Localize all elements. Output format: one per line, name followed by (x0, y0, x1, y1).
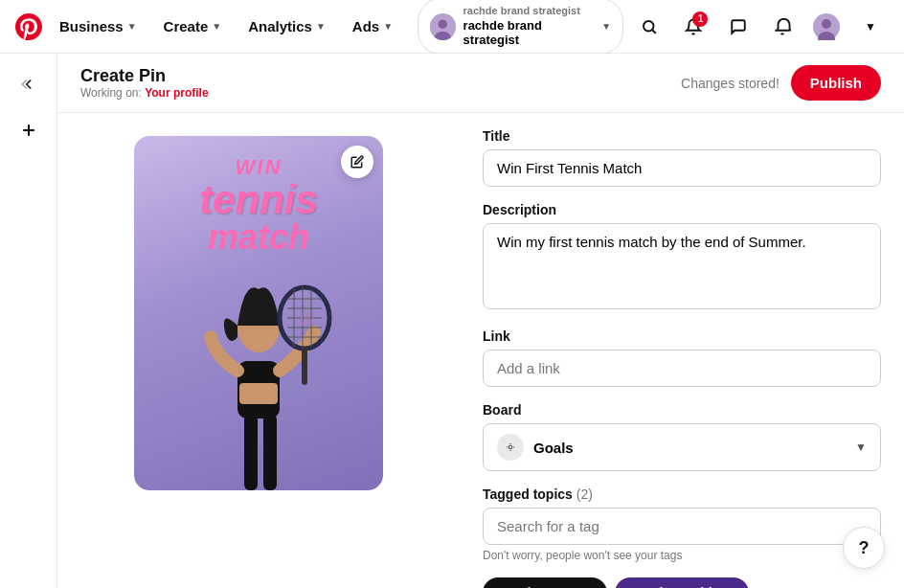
sidebar (0, 54, 57, 588)
content-area: Create Pin Working on: Your profile Chan… (57, 54, 904, 588)
board-name: Goals (533, 440, 574, 456)
link-group: Link (483, 328, 881, 387)
pin-image-container: WIN tennis match (134, 136, 383, 490)
pin-tennis-text: tennis (199, 180, 318, 220)
title-label: Title (483, 128, 881, 144)
sidebar-collapse-button[interactable] (10, 65, 48, 103)
changes-stored-label: Changes stored! (681, 76, 780, 91)
profile-avatar[interactable] (808, 8, 845, 46)
topics-label: Tagged topics (483, 486, 573, 502)
tag-tennis-double[interactable]: Tennis Double ✕ (615, 577, 748, 588)
notifications-button[interactable]: 1 (675, 8, 712, 46)
tag-search-input[interactable] (483, 508, 881, 545)
search-button[interactable] (631, 8, 667, 46)
board-selector[interactable]: Goals ▼ (483, 423, 881, 471)
title-group: Title (483, 128, 881, 187)
account-handle: rachde brand strategist (463, 18, 595, 48)
tags-row: Tennis Event ✕ Tennis Double ✕ (483, 577, 881, 588)
create-chevron-icon: ▼ (212, 21, 221, 32)
tagged-topics-group: Tagged topics (2) Don't worry, people wo… (483, 486, 881, 562)
svg-point-3 (644, 21, 654, 32)
publish-button[interactable]: Publish (791, 65, 881, 101)
svg-rect-24 (302, 347, 307, 385)
help-button[interactable]: ? (843, 527, 885, 569)
page-header: Create Pin Working on: Your profile Chan… (57, 54, 904, 113)
svg-rect-11 (263, 414, 277, 490)
editor-body: WIN tennis match (57, 113, 904, 588)
nav-create[interactable]: Create ▼ (154, 11, 232, 42)
svg-point-26 (508, 445, 512, 449)
alerts-button[interactable] (764, 8, 801, 46)
your-profile-link[interactable]: Your profile (145, 86, 208, 100)
link-input[interactable] (483, 350, 881, 387)
account-label: rachde brand strategist (463, 5, 595, 17)
more-options-button[interactable]: ▼ (852, 8, 889, 46)
analytics-chevron-icon: ▼ (316, 21, 326, 32)
board-chevron-icon: ▼ (855, 441, 867, 454)
board-group: Board Goals ▼ (483, 402, 881, 471)
sidebar-add-button[interactable] (10, 111, 48, 149)
svg-rect-13 (239, 383, 278, 404)
nav-ads[interactable]: Ads ▼ (343, 11, 402, 42)
pin-preview-panel: WIN tennis match (57, 113, 460, 588)
main-layout: Create Pin Working on: Your profile Chan… (0, 54, 904, 588)
messages-button[interactable] (719, 8, 756, 46)
svg-line-4 (653, 30, 656, 33)
description-label: Description (483, 202, 881, 217)
topics-count: (2) (576, 486, 593, 502)
pinterest-logo[interactable] (15, 13, 42, 40)
svg-point-6 (822, 19, 831, 29)
pin-form-panel: Title Description Win my first tennis ma… (460, 113, 904, 588)
page-title: Create Pin (80, 66, 209, 86)
nav-business[interactable]: Business ▼ (50, 11, 147, 42)
svg-text:W: W (299, 310, 317, 329)
top-nav: Business ▼ Create ▼ Analytics ▼ Ads ▼ ra… (0, 0, 904, 54)
tag-tennis-event[interactable]: Tennis Event ✕ (483, 577, 607, 588)
description-textarea[interactable]: Win my first tennis match by the end of … (483, 223, 881, 309)
tag-hint-text: Don't worry, people won't see your tags (483, 549, 881, 562)
title-input[interactable] (483, 149, 881, 187)
account-avatar (430, 13, 456, 40)
nav-analytics[interactable]: Analytics ▼ (238, 11, 335, 42)
working-on-label: Working on: Your profile (80, 86, 209, 100)
account-switcher[interactable]: rachde brand strategist rachde brand str… (418, 0, 623, 55)
notification-badge: 1 (692, 11, 708, 27)
person-illustration: W (163, 222, 354, 490)
svg-rect-10 (244, 414, 258, 490)
board-label: Board (483, 402, 881, 418)
board-icon (497, 434, 524, 461)
ads-chevron-icon: ▼ (383, 21, 393, 32)
description-group: Description Win my first tennis match by… (483, 202, 881, 313)
account-chevron-icon: ▼ (601, 21, 611, 32)
link-label: Link (483, 328, 881, 344)
svg-point-1 (439, 19, 447, 28)
business-chevron-icon: ▼ (127, 21, 137, 32)
